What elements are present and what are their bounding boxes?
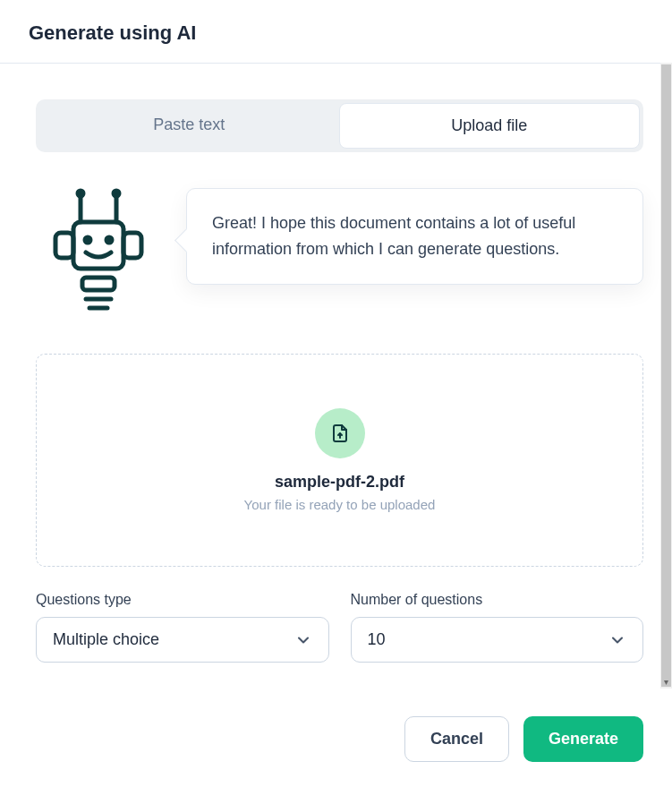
number-questions-value: 10 — [368, 630, 386, 649]
modal-title: Generate using AI — [29, 21, 643, 45]
assistant-row: Great! I hope this document contains a l… — [36, 188, 643, 318]
svg-rect-4 — [73, 222, 123, 269]
scroll-down-icon[interactable]: ▾ — [661, 678, 670, 687]
question-type-group: Questions type Multiple choice — [36, 592, 329, 663]
tab-label: Paste text — [153, 115, 225, 133]
svg-rect-6 — [123, 233, 141, 258]
button-label: Cancel — [430, 730, 483, 748]
generate-ai-modal: Generate using AI Paste text Upload file — [0, 0, 672, 787]
file-upload-icon — [315, 408, 365, 458]
uploaded-filename: sample-pdf-2.pdf — [55, 473, 625, 492]
file-dropzone[interactable]: sample-pdf-2.pdf Your file is ready to b… — [36, 354, 643, 567]
assistant-message-text: Great! I hope this document contains a l… — [212, 214, 575, 258]
number-questions-group: Number of questions 10 — [351, 592, 644, 663]
robot-icon — [36, 188, 161, 318]
question-type-label: Questions type — [36, 592, 329, 608]
svg-point-1 — [78, 191, 83, 196]
svg-point-8 — [106, 237, 112, 243]
scrollbar-thumb[interactable] — [661, 64, 671, 687]
chevron-down-icon — [294, 631, 312, 649]
svg-rect-5 — [55, 233, 73, 258]
options-row: Questions type Multiple choice Number of… — [36, 592, 643, 663]
modal-header: Generate using AI — [0, 0, 672, 64]
tab-upload-file[interactable]: Upload file — [339, 103, 641, 149]
generate-button[interactable]: Generate — [523, 716, 643, 762]
tab-paste-text[interactable]: Paste text — [39, 103, 339, 149]
chevron-down-icon — [608, 631, 626, 649]
tab-group: Paste text Upload file — [36, 99, 643, 152]
modal-footer: Cancel Generate — [0, 695, 672, 787]
upload-status-text: Your file is ready to be uploaded — [55, 497, 625, 512]
cancel-button[interactable]: Cancel — [404, 716, 509, 762]
tab-label: Upload file — [451, 116, 527, 134]
svg-point-7 — [85, 237, 90, 243]
question-type-value: Multiple choice — [53, 630, 159, 649]
button-label: Generate — [549, 730, 618, 748]
number-questions-select[interactable]: 10 — [351, 617, 644, 663]
assistant-message-bubble: Great! I hope this document contains a l… — [186, 188, 643, 285]
svg-rect-9 — [82, 278, 115, 290]
question-type-select[interactable]: Multiple choice — [36, 617, 329, 663]
modal-body: Paste text Upload file — [0, 64, 672, 695]
svg-point-3 — [114, 191, 119, 196]
number-questions-label: Number of questions — [351, 592, 644, 608]
